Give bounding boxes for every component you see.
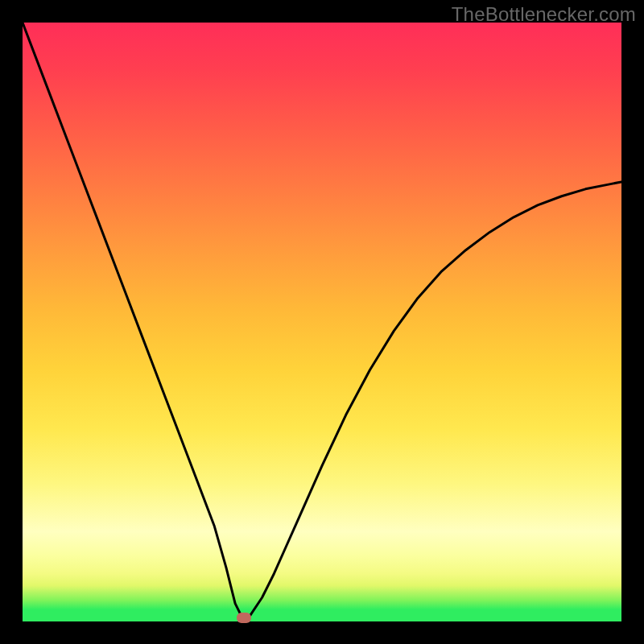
chart-frame: TheBottlenecker.com bbox=[0, 0, 644, 644]
gradient-plot-area bbox=[23, 23, 621, 621]
credit-label: TheBottlenecker.com bbox=[452, 3, 636, 26]
optimum-marker bbox=[237, 613, 251, 623]
